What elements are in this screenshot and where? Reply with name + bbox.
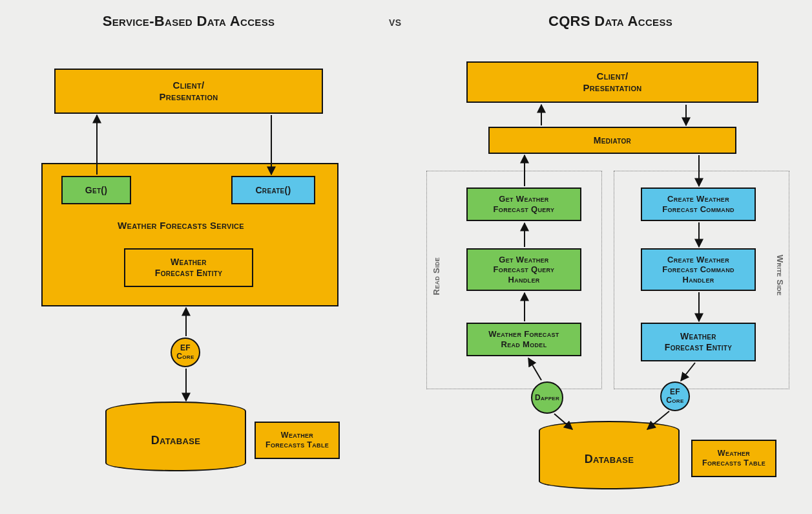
create-command-box: Create Weather Forecast Command: [641, 187, 756, 221]
right-client-box: Client/ Presentation: [466, 61, 758, 103]
left-database-label: Database: [151, 434, 200, 447]
create-command-handler-box: Create Weather Forecast Command Handler: [641, 248, 756, 291]
get-query-box: Get Weather Forecast Query: [466, 187, 581, 221]
right-efcore-circle: EF Core: [660, 381, 690, 411]
right-title: CQRS Data Access: [504, 13, 717, 30]
right-database: Database: [539, 421, 680, 489]
read-model-box: Weather Forecast Read Model: [466, 323, 581, 356]
vs-label: vs: [389, 14, 401, 29]
left-service-label: Weather Forecasts Service: [118, 220, 244, 231]
right-table-box: Weather Forecasts Table: [691, 440, 776, 477]
left-entity-box: Weather Forecast Entity: [124, 248, 253, 287]
get-query-handler-box: Get Weather Forecast Query Handler: [466, 248, 581, 291]
read-side-label: Read Side: [432, 257, 441, 295]
right-database-label: Database: [585, 453, 634, 466]
left-create-box: Create(): [231, 176, 315, 204]
left-client-box: Client/ Presentation: [54, 69, 323, 114]
left-title: Service-Based Data Access: [72, 13, 305, 30]
left-database: Database: [105, 402, 246, 471]
dapper-circle: Dapper: [531, 381, 563, 414]
left-efcore-circle: EF Core: [171, 337, 200, 367]
write-entity-box: Weather Forecast Entity: [641, 323, 756, 361]
write-side-label: Write Side: [775, 255, 785, 295]
left-table-box: Weather Forecasts Table: [255, 422, 340, 459]
right-mediator-box: Mediator: [488, 127, 736, 154]
left-get-box: Get(): [61, 176, 131, 204]
